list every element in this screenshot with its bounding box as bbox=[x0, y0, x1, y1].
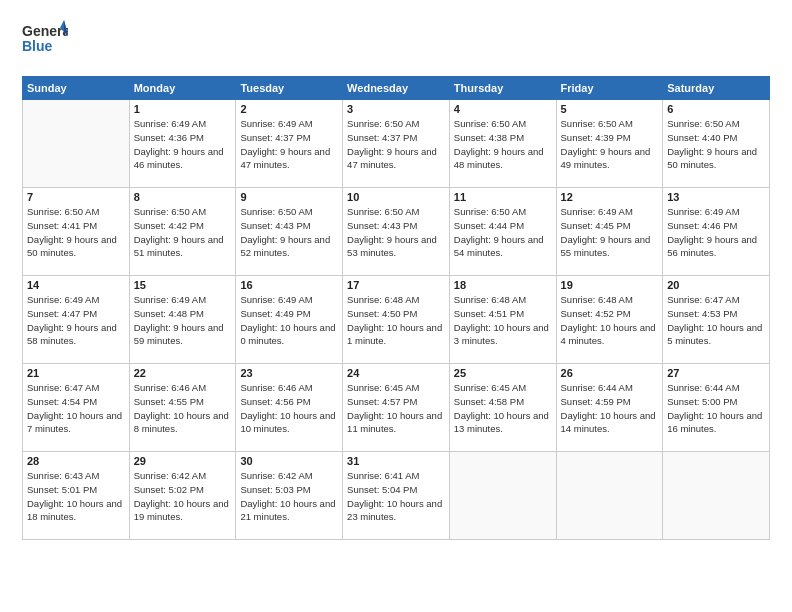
calendar-cell: 18Sunrise: 6:48 AMSunset: 4:51 PMDayligh… bbox=[449, 276, 556, 364]
calendar-cell bbox=[663, 452, 770, 540]
day-info: Sunrise: 6:42 AMSunset: 5:02 PMDaylight:… bbox=[134, 469, 232, 524]
day-info: Sunrise: 6:42 AMSunset: 5:03 PMDaylight:… bbox=[240, 469, 338, 524]
weekday-header-sunday: Sunday bbox=[23, 77, 130, 100]
day-info: Sunrise: 6:48 AMSunset: 4:50 PMDaylight:… bbox=[347, 293, 445, 348]
week-row-3: 14Sunrise: 6:49 AMSunset: 4:47 PMDayligh… bbox=[23, 276, 770, 364]
day-info: Sunrise: 6:48 AMSunset: 4:51 PMDaylight:… bbox=[454, 293, 552, 348]
day-info: Sunrise: 6:43 AMSunset: 5:01 PMDaylight:… bbox=[27, 469, 125, 524]
weekday-header-friday: Friday bbox=[556, 77, 663, 100]
day-number: 30 bbox=[240, 455, 338, 467]
day-number: 22 bbox=[134, 367, 232, 379]
day-info: Sunrise: 6:50 AMSunset: 4:37 PMDaylight:… bbox=[347, 117, 445, 172]
day-info: Sunrise: 6:50 AMSunset: 4:43 PMDaylight:… bbox=[347, 205, 445, 260]
calendar-cell bbox=[449, 452, 556, 540]
calendar-cell: 29Sunrise: 6:42 AMSunset: 5:02 PMDayligh… bbox=[129, 452, 236, 540]
day-info: Sunrise: 6:50 AMSunset: 4:41 PMDaylight:… bbox=[27, 205, 125, 260]
day-number: 10 bbox=[347, 191, 445, 203]
day-info: Sunrise: 6:45 AMSunset: 4:57 PMDaylight:… bbox=[347, 381, 445, 436]
calendar-cell: 14Sunrise: 6:49 AMSunset: 4:47 PMDayligh… bbox=[23, 276, 130, 364]
calendar-table: SundayMondayTuesdayWednesdayThursdayFrid… bbox=[22, 76, 770, 540]
day-number: 28 bbox=[27, 455, 125, 467]
week-row-5: 28Sunrise: 6:43 AMSunset: 5:01 PMDayligh… bbox=[23, 452, 770, 540]
header: General Blue bbox=[22, 18, 770, 64]
calendar-cell: 28Sunrise: 6:43 AMSunset: 5:01 PMDayligh… bbox=[23, 452, 130, 540]
day-info: Sunrise: 6:49 AMSunset: 4:48 PMDaylight:… bbox=[134, 293, 232, 348]
calendar-cell: 7Sunrise: 6:50 AMSunset: 4:41 PMDaylight… bbox=[23, 188, 130, 276]
day-number: 29 bbox=[134, 455, 232, 467]
day-info: Sunrise: 6:50 AMSunset: 4:44 PMDaylight:… bbox=[454, 205, 552, 260]
day-info: Sunrise: 6:49 AMSunset: 4:36 PMDaylight:… bbox=[134, 117, 232, 172]
calendar-cell: 17Sunrise: 6:48 AMSunset: 4:50 PMDayligh… bbox=[343, 276, 450, 364]
calendar-cell: 15Sunrise: 6:49 AMSunset: 4:48 PMDayligh… bbox=[129, 276, 236, 364]
day-info: Sunrise: 6:50 AMSunset: 4:39 PMDaylight:… bbox=[561, 117, 659, 172]
day-info: Sunrise: 6:44 AMSunset: 4:59 PMDaylight:… bbox=[561, 381, 659, 436]
day-number: 5 bbox=[561, 103, 659, 115]
day-number: 25 bbox=[454, 367, 552, 379]
day-info: Sunrise: 6:47 AMSunset: 4:54 PMDaylight:… bbox=[27, 381, 125, 436]
calendar-cell bbox=[23, 100, 130, 188]
calendar-cell: 16Sunrise: 6:49 AMSunset: 4:49 PMDayligh… bbox=[236, 276, 343, 364]
day-info: Sunrise: 6:46 AMSunset: 4:55 PMDaylight:… bbox=[134, 381, 232, 436]
calendar-cell: 6Sunrise: 6:50 AMSunset: 4:40 PMDaylight… bbox=[663, 100, 770, 188]
calendar-cell: 8Sunrise: 6:50 AMSunset: 4:42 PMDaylight… bbox=[129, 188, 236, 276]
calendar-cell bbox=[556, 452, 663, 540]
day-number: 12 bbox=[561, 191, 659, 203]
calendar-cell: 20Sunrise: 6:47 AMSunset: 4:53 PMDayligh… bbox=[663, 276, 770, 364]
day-info: Sunrise: 6:49 AMSunset: 4:45 PMDaylight:… bbox=[561, 205, 659, 260]
day-info: Sunrise: 6:45 AMSunset: 4:58 PMDaylight:… bbox=[454, 381, 552, 436]
day-number: 9 bbox=[240, 191, 338, 203]
calendar-cell: 12Sunrise: 6:49 AMSunset: 4:45 PMDayligh… bbox=[556, 188, 663, 276]
day-number: 19 bbox=[561, 279, 659, 291]
calendar-cell: 24Sunrise: 6:45 AMSunset: 4:57 PMDayligh… bbox=[343, 364, 450, 452]
calendar-cell: 2Sunrise: 6:49 AMSunset: 4:37 PMDaylight… bbox=[236, 100, 343, 188]
logo-icon: General Blue bbox=[22, 18, 68, 60]
calendar-cell: 30Sunrise: 6:42 AMSunset: 5:03 PMDayligh… bbox=[236, 452, 343, 540]
calendar-cell: 5Sunrise: 6:50 AMSunset: 4:39 PMDaylight… bbox=[556, 100, 663, 188]
week-row-2: 7Sunrise: 6:50 AMSunset: 4:41 PMDaylight… bbox=[23, 188, 770, 276]
day-info: Sunrise: 6:46 AMSunset: 4:56 PMDaylight:… bbox=[240, 381, 338, 436]
day-info: Sunrise: 6:44 AMSunset: 5:00 PMDaylight:… bbox=[667, 381, 765, 436]
weekday-header-wednesday: Wednesday bbox=[343, 77, 450, 100]
day-number: 24 bbox=[347, 367, 445, 379]
day-info: Sunrise: 6:50 AMSunset: 4:40 PMDaylight:… bbox=[667, 117, 765, 172]
svg-text:General: General bbox=[22, 23, 68, 39]
calendar-cell: 13Sunrise: 6:49 AMSunset: 4:46 PMDayligh… bbox=[663, 188, 770, 276]
week-row-4: 21Sunrise: 6:47 AMSunset: 4:54 PMDayligh… bbox=[23, 364, 770, 452]
calendar-cell: 3Sunrise: 6:50 AMSunset: 4:37 PMDaylight… bbox=[343, 100, 450, 188]
day-number: 2 bbox=[240, 103, 338, 115]
day-number: 11 bbox=[454, 191, 552, 203]
calendar-cell: 10Sunrise: 6:50 AMSunset: 4:43 PMDayligh… bbox=[343, 188, 450, 276]
day-number: 31 bbox=[347, 455, 445, 467]
calendar-cell: 26Sunrise: 6:44 AMSunset: 4:59 PMDayligh… bbox=[556, 364, 663, 452]
day-info: Sunrise: 6:49 AMSunset: 4:46 PMDaylight:… bbox=[667, 205, 765, 260]
day-number: 26 bbox=[561, 367, 659, 379]
weekday-header-saturday: Saturday bbox=[663, 77, 770, 100]
day-number: 7 bbox=[27, 191, 125, 203]
day-number: 1 bbox=[134, 103, 232, 115]
day-info: Sunrise: 6:50 AMSunset: 4:42 PMDaylight:… bbox=[134, 205, 232, 260]
day-info: Sunrise: 6:41 AMSunset: 5:04 PMDaylight:… bbox=[347, 469, 445, 524]
svg-text:Blue: Blue bbox=[22, 38, 53, 54]
calendar-cell: 9Sunrise: 6:50 AMSunset: 4:43 PMDaylight… bbox=[236, 188, 343, 276]
calendar-cell: 11Sunrise: 6:50 AMSunset: 4:44 PMDayligh… bbox=[449, 188, 556, 276]
day-number: 16 bbox=[240, 279, 338, 291]
calendar-cell: 23Sunrise: 6:46 AMSunset: 4:56 PMDayligh… bbox=[236, 364, 343, 452]
day-info: Sunrise: 6:49 AMSunset: 4:49 PMDaylight:… bbox=[240, 293, 338, 348]
calendar-cell: 22Sunrise: 6:46 AMSunset: 4:55 PMDayligh… bbox=[129, 364, 236, 452]
calendar-cell: 27Sunrise: 6:44 AMSunset: 5:00 PMDayligh… bbox=[663, 364, 770, 452]
calendar-cell: 31Sunrise: 6:41 AMSunset: 5:04 PMDayligh… bbox=[343, 452, 450, 540]
page: General Blue SundayMondayTuesdayWednesda… bbox=[0, 0, 792, 612]
weekday-header-row: SundayMondayTuesdayWednesdayThursdayFrid… bbox=[23, 77, 770, 100]
day-number: 8 bbox=[134, 191, 232, 203]
calendar-cell: 25Sunrise: 6:45 AMSunset: 4:58 PMDayligh… bbox=[449, 364, 556, 452]
day-info: Sunrise: 6:47 AMSunset: 4:53 PMDaylight:… bbox=[667, 293, 765, 348]
day-info: Sunrise: 6:48 AMSunset: 4:52 PMDaylight:… bbox=[561, 293, 659, 348]
calendar-cell: 19Sunrise: 6:48 AMSunset: 4:52 PMDayligh… bbox=[556, 276, 663, 364]
day-number: 14 bbox=[27, 279, 125, 291]
day-number: 17 bbox=[347, 279, 445, 291]
day-number: 4 bbox=[454, 103, 552, 115]
day-info: Sunrise: 6:50 AMSunset: 4:38 PMDaylight:… bbox=[454, 117, 552, 172]
weekday-header-tuesday: Tuesday bbox=[236, 77, 343, 100]
calendar-cell: 21Sunrise: 6:47 AMSunset: 4:54 PMDayligh… bbox=[23, 364, 130, 452]
day-number: 3 bbox=[347, 103, 445, 115]
